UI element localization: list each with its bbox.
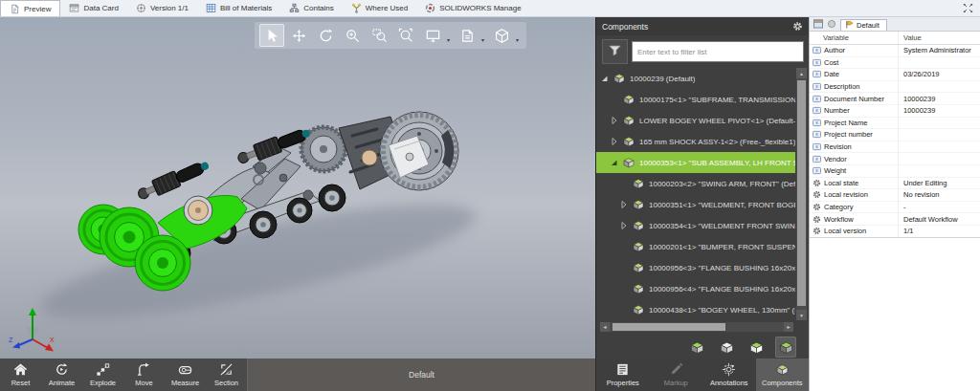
view-orientation-tool-button[interactable] <box>489 24 514 47</box>
caret-collapsed-icon[interactable] <box>620 200 631 209</box>
section-button[interactable]: Section <box>206 358 247 391</box>
full-screen-dropdown-arrow[interactable]: ▾ <box>447 36 450 43</box>
gear-icon <box>813 203 821 211</box>
animate-button[interactable]: Animate <box>41 358 82 391</box>
caret-collapsed-icon[interactable] <box>611 137 621 146</box>
vertical-scroll-thumb[interactable] <box>797 80 806 306</box>
caret-collapsed-icon[interactable] <box>620 221 631 230</box>
caret-expanded-icon[interactable] <box>601 74 612 83</box>
tree-item-label: LOWER BOGEY WHEEL PIVOT<1> (Default-_fle… <box>639 117 795 125</box>
tab-label: SOLIDWORKS Manage <box>439 4 521 12</box>
variable-icon: x <box>813 119 821 127</box>
display-state-2-button[interactable] <box>716 337 737 358</box>
expand-panel-button[interactable] <box>956 0 980 16</box>
tree-item-10000351-1-weldmen[interactable]: 10000351<1> "WELDMENT, FRONT BOGEY W <box>596 194 795 215</box>
display-state-3-button[interactable] <box>746 337 767 358</box>
annotations-button[interactable]: Annotations <box>702 358 756 391</box>
select-tool-button[interactable] <box>259 24 284 47</box>
scroll-down-button[interactable]: ▼ <box>796 310 807 320</box>
tree-item-10000956-3-flange[interactable]: 10000956<3> "FLANGE BUSHING 16x20x10 <box>596 257 795 278</box>
tab-bill-of-materials[interactable]: Bill of Materials <box>197 0 280 16</box>
tree-item-10000956-4-flange[interactable]: 10000956<4> "FLANGE BUSHING 16x20x10 <box>596 278 795 299</box>
tab-contains[interactable]: Contains <box>280 0 343 16</box>
variable-row-project-number: xProject number <box>810 129 980 141</box>
gear-icon <box>813 179 821 187</box>
view-orientation-dropdown-arrow[interactable]: ▾ <box>516 36 519 43</box>
pan-tool-button[interactable] <box>286 24 311 47</box>
variable-value-cell <box>898 57 980 69</box>
circle-mini-icon[interactable] <box>827 19 836 29</box>
tree-horizontal-scrollbar[interactable]: ◄ ► <box>600 322 793 332</box>
variable-name-cell: xVendor <box>810 155 898 163</box>
display-state-4-button[interactable] <box>775 337 796 358</box>
caret-expanded-icon[interactable] <box>611 158 621 167</box>
tree-item-10000201-1-bumper[interactable]: 10000201<1> "BUMPER, FRONT SUSPENSIO <box>596 236 795 257</box>
full-screen-tool-button[interactable] <box>420 24 445 47</box>
variable-row-local-version: Local version1/1 <box>810 226 980 238</box>
panel-settings-gear-icon[interactable] <box>792 21 803 32</box>
rotate-tool-button[interactable] <box>313 24 338 47</box>
measure-button[interactable]: Measure <box>165 358 206 391</box>
orientation-triad: X Z <box>8 303 59 353</box>
tab-solidworks-manage[interactable]: SOLIDWORKS Manage <box>416 0 529 16</box>
tool-label: Markup <box>664 379 688 387</box>
zoom-area-tool-button[interactable] <box>367 24 391 47</box>
zoom-fit-tool-button[interactable] <box>393 24 418 47</box>
tab-where-used[interactable]: Where Used <box>343 0 416 16</box>
tree-item-lower-bogey-wheel-pi[interactable]: LOWER BOGEY WHEEL PIVOT<1> (Default-_fle… <box>596 110 795 131</box>
whereused-icon <box>351 3 362 13</box>
display-state-buttons <box>596 336 810 358</box>
column-header-value: Value <box>898 32 980 44</box>
section-icon <box>219 362 234 377</box>
triad-z-label: Z <box>9 337 13 343</box>
tab-label: Where Used <box>366 4 408 12</box>
tab-data-card[interactable]: Data Card <box>60 0 126 16</box>
tab-default-configuration[interactable]: Default <box>840 19 887 31</box>
cad-model-scene[interactable] <box>0 17 595 358</box>
reset-button[interactable]: Reset <box>0 358 41 391</box>
variable-value: No revision <box>903 190 940 199</box>
tree-item-10000239-default[interactable]: 10000239 (Default) <box>596 68 795 89</box>
filter-button[interactable] <box>602 39 628 64</box>
tree-vertical-scrollbar[interactable]: ▲ ▼ <box>796 68 807 320</box>
card-mini-icon[interactable] <box>813 19 823 29</box>
tab-version-1-1[interactable]: Version 1/1 <box>127 0 197 16</box>
tree-item-10000438-1-bogey-w[interactable]: 10000438<1> "BOGEY WHEEL, 130mm" (Def <box>596 299 795 320</box>
pages-icon <box>459 28 476 44</box>
tree-item-10000175-1-subfram[interactable]: 10000175<1> "SUBFRAME, TRANSMISSION SID <box>596 89 795 110</box>
tab-preview[interactable]: Preview <box>0 0 60 16</box>
tree-item-10000353-1-sub-ass[interactable]: 10000353<1> "SUB ASSEMBLY, LH FRONT SUSP <box>596 152 795 173</box>
gear-icon <box>813 215 821 224</box>
variable-value-cell <box>898 118 980 129</box>
viewport-3d[interactable]: ▾▾▾ X Z <box>0 17 595 358</box>
move-button[interactable]: Move <box>123 358 165 391</box>
tree-item-10000354-1-weldmen[interactable]: 10000354<1> "WELDMENT FRONT SWINGA <box>596 215 795 236</box>
caret-collapsed-icon[interactable] <box>611 116 621 125</box>
scroll-up-button[interactable]: ▲ <box>796 68 807 78</box>
variable-name: Number <box>824 106 850 115</box>
variable-row-project-name: xProject Name <box>810 118 980 130</box>
scroll-right-button[interactable]: ► <box>784 322 793 332</box>
zoom-tool-button[interactable] <box>340 24 365 47</box>
part-icon <box>622 115 635 126</box>
view-settings-dropdown-arrow[interactable]: ▾ <box>481 36 484 43</box>
explode-button[interactable]: Explode <box>82 358 123 391</box>
components-button[interactable]: Components <box>756 358 810 391</box>
rear-sprocket-assembly <box>301 112 458 190</box>
tree-item-165-mm-shock-assy-1[interactable]: 165 mm SHOCK ASSY-1<2> (Free-_flexible1) <box>596 131 795 152</box>
zoom-icon <box>345 28 361 44</box>
explode-icon <box>96 362 110 377</box>
variable-name-cell: Local version <box>810 227 898 235</box>
properties-button[interactable]: Properties <box>596 358 650 391</box>
part-icon <box>632 283 645 294</box>
filter-input[interactable] <box>632 41 804 62</box>
configuration-strip: Default <box>248 358 595 391</box>
view-settings-tool-button[interactable] <box>455 24 479 47</box>
display-state-1-button[interactable] <box>686 337 707 358</box>
tree-item-10000203-2-swing-a[interactable]: 10000203<2> "SWING ARM, FRONT" (Defau <box>596 173 795 194</box>
variable-row-cost: xCost <box>810 57 980 70</box>
variable-icon: x <box>813 155 821 163</box>
horizontal-scroll-thumb[interactable] <box>612 323 725 331</box>
variable-name-cell: xProject Name <box>810 119 898 127</box>
scroll-left-button[interactable]: ◄ <box>600 322 610 332</box>
